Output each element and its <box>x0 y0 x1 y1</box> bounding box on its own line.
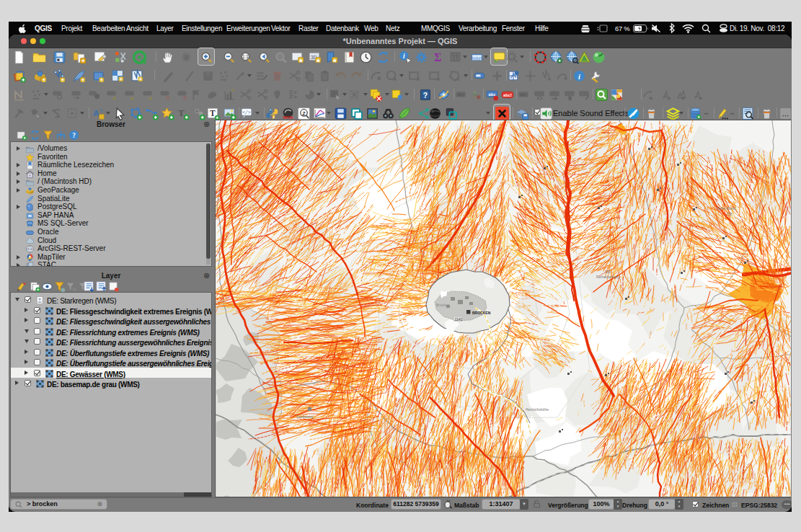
svg-text:·: · <box>539 403 540 407</box>
svg-text:abc: abc <box>520 92 526 97</box>
svg-text:T: T <box>178 108 185 118</box>
svg-text:Renneckenberg: Renneckenberg <box>596 275 619 279</box>
svg-text:· 758: · 758 <box>725 213 733 216</box>
svg-text:930 ·: 930 · <box>605 270 612 274</box>
svg-text:Σ: Σ <box>434 51 441 63</box>
svg-text:Goetheweg: Goetheweg <box>296 415 314 419</box>
svg-text:abc: abc <box>457 92 464 97</box>
svg-text:Z: Z <box>302 110 306 117</box>
svg-text:T: T <box>210 109 216 118</box>
svg-text:1141: 1141 <box>455 317 463 322</box>
svg-text:</>: </> <box>242 110 251 115</box>
svg-text:Hohe Wand: Hohe Wand <box>717 206 735 210</box>
svg-text:?: ? <box>423 91 428 99</box>
svg-text:abc!: abc! <box>503 93 512 97</box>
svg-text:i: i <box>578 73 580 81</box>
svg-text:Brocken: Brocken <box>436 303 450 307</box>
svg-text:A: A <box>93 109 99 118</box>
svg-text:abc: abc <box>488 92 496 97</box>
svg-text:1:1: 1:1 <box>242 54 249 59</box>
svg-text:?: ? <box>72 132 76 139</box>
svg-text:BROCKEN: BROCKEN <box>472 311 491 315</box>
svg-text:i: i <box>403 53 405 60</box>
svg-text:Heinrichshöhe: Heinrichshöhe <box>526 407 549 412</box>
